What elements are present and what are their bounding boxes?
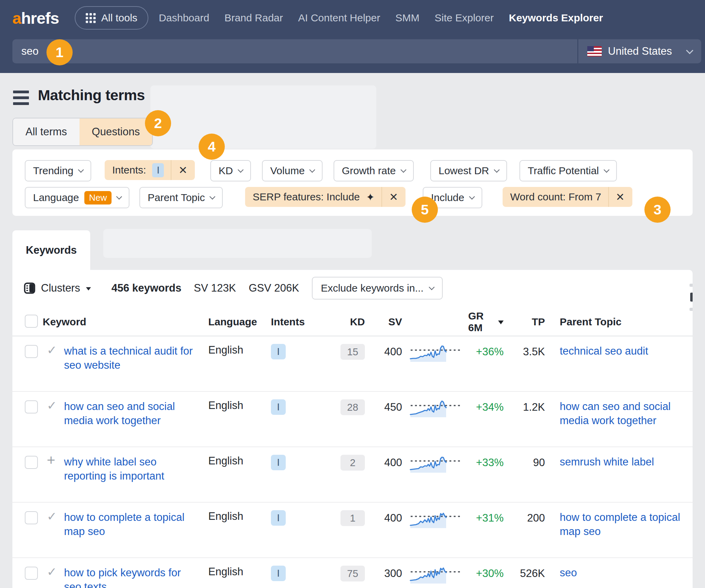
hamburger-menu-icon[interactable]	[13, 91, 29, 105]
growth-rate-cell: +30%	[468, 566, 506, 581]
col-header-sv[interactable]: SV	[370, 316, 406, 328]
chevron-down-icon	[210, 194, 215, 200]
chevron-down-icon	[116, 194, 122, 200]
exclude-keywords-button[interactable]: Exclude keywords in...	[312, 277, 443, 300]
tab-all-terms[interactable]: All terms	[13, 118, 80, 145]
col-header-language[interactable]: Language	[203, 316, 265, 328]
tab-keywords[interactable]: Keywords	[12, 230, 90, 270]
parent-topic-link[interactable]: how can seo and social media work togeth…	[560, 399, 680, 428]
chevron-down-icon	[309, 167, 315, 173]
row-checkbox[interactable]	[25, 567, 38, 580]
filter-traffic-potential[interactable]: Traffic Potential	[519, 160, 617, 181]
remove-serp-filter-icon[interactable]: ✕	[389, 192, 398, 202]
growth-rate-cell: +33%	[468, 455, 506, 470]
nav-item-keywords-explorer[interactable]: Keywords Explorer	[509, 12, 603, 24]
row-checkbox[interactable]	[25, 345, 38, 358]
remove-intents-filter-icon[interactable]: ✕	[178, 165, 187, 176]
parent-topic-link[interactable]: seo	[560, 566, 577, 580]
filters-panel: Trending Intents: I ✕ KD Volume Growth r…	[12, 149, 693, 216]
col-header-keyword[interactable]: Keyword	[43, 316, 203, 328]
nav-item-dashboard[interactable]: Dashboard	[159, 12, 209, 24]
filter-parent-topic[interactable]: Parent Topic	[139, 187, 223, 208]
keyword-status-icon: ✓	[43, 510, 64, 523]
chevron-down-icon	[469, 194, 475, 200]
terms-segmented-control: All terms Questions	[12, 118, 153, 146]
keyword-link[interactable]: what is a technical audit for seo websit…	[64, 344, 197, 372]
annotation-badge-2: 2	[145, 110, 171, 136]
language-cell: English	[203, 510, 265, 523]
kd-badge: 15	[340, 344, 365, 360]
cutoff-control[interactable]	[690, 293, 693, 302]
clusters-label: Clusters	[41, 282, 80, 294]
filter-kd[interactable]: KD	[210, 160, 251, 181]
remove-word-count-filter-icon[interactable]: ✕	[616, 192, 625, 202]
results-panel: Clusters 456 keywords SV 123K GSV 206K E…	[12, 270, 693, 588]
trend-sparkline	[410, 399, 465, 420]
intent-badge[interactable]: I	[271, 510, 286, 526]
filter-intents-active[interactable]: Intents: I ✕	[105, 160, 195, 180]
filter-trending[interactable]: Trending	[25, 160, 91, 181]
col-header-intents[interactable]: Intents	[265, 316, 341, 328]
trend-sparkline	[410, 566, 465, 586]
chip-divider	[608, 187, 609, 207]
parent-topic-link[interactable]: semrush white label	[560, 455, 654, 469]
keyword-link[interactable]: how can seo and social media work togeth…	[64, 399, 197, 428]
search-input[interactable]: seo	[12, 39, 577, 63]
sv-cell: 300	[370, 566, 406, 581]
filter-serp-features-active[interactable]: SERP features: Include ✦ ✕	[245, 187, 406, 207]
parent-topic-link[interactable]: how to complete a topical map seo	[560, 510, 680, 538]
table-row: ✓ how to pick keywords for seo texts Eng…	[12, 558, 693, 588]
intent-badge[interactable]: I	[271, 455, 286, 470]
row-checkbox[interactable]	[25, 400, 38, 413]
serp-features-label: SERP features: Include	[253, 191, 360, 203]
keyword-status-icon: +	[43, 452, 64, 469]
kd-badge: 75	[340, 566, 365, 581]
row-checkbox[interactable]	[25, 456, 38, 469]
chip-divider	[381, 187, 382, 207]
country-selector[interactable]: United States	[578, 39, 701, 63]
language-cell: English	[203, 399, 265, 412]
sparkle-icon: ✦	[366, 191, 375, 203]
intent-badge[interactable]: I	[271, 399, 286, 415]
col-header-tp[interactable]: TP	[506, 316, 549, 328]
keyword-status-icon: ✓	[43, 399, 64, 412]
parent-topic-link[interactable]: technical seo audit	[560, 344, 648, 358]
keyword-link[interactable]: why white label seo reporting is importa…	[64, 455, 197, 483]
keyword-link[interactable]: how to pick keywords for seo texts	[64, 566, 197, 588]
filter-lowest-dr[interactable]: Lowest DR	[430, 160, 507, 181]
intent-badge[interactable]: I	[271, 566, 286, 581]
filter-volume[interactable]: Volume	[262, 160, 323, 181]
nav-item-site-explorer[interactable]: Site Explorer	[434, 12, 494, 24]
logo-a: a	[12, 9, 21, 27]
tab-questions[interactable]: Questions	[80, 118, 152, 145]
annotation-badge-1: 1	[46, 39, 73, 65]
clusters-icon	[23, 282, 36, 294]
ahrefs-logo[interactable]: ahrefs	[12, 10, 59, 26]
select-all-checkbox[interactable]	[25, 315, 38, 328]
kd-badge: 2	[340, 455, 365, 471]
col-header-kd[interactable]: KD	[341, 316, 370, 328]
search-query: seo	[21, 45, 39, 57]
ghost-panel	[103, 229, 372, 258]
col-header-parent-topic[interactable]: Parent Topic	[549, 316, 680, 328]
keyword-link[interactable]: how to complete a topical map seo	[64, 510, 197, 538]
filter-word-count-active[interactable]: Word count: From 7 ✕	[503, 187, 632, 207]
chevron-down-icon	[400, 167, 406, 173]
table-header-row: Keyword Language Intents KD SV GR 6M TP …	[12, 308, 693, 336]
keywords-explorer-screen: ahrefs All tools Dashboard Brand Radar A…	[0, 0, 705, 588]
chip-divider	[171, 160, 171, 180]
nav-item-brand-radar[interactable]: Brand Radar	[224, 12, 283, 24]
filter-language[interactable]: LanguageNew	[25, 187, 129, 208]
chevron-down-icon	[686, 47, 693, 54]
clusters-dropdown[interactable]: Clusters	[23, 282, 92, 294]
nav-item-ai-content-helper[interactable]: AI Content Helper	[298, 12, 380, 24]
all-tools-button[interactable]: All tools	[75, 6, 148, 30]
table-row: + why white label seo reporting is impor…	[12, 447, 693, 503]
nav-item-smm[interactable]: SMM	[395, 12, 419, 24]
intent-value-chip: I	[152, 163, 164, 177]
row-checkbox[interactable]	[25, 511, 38, 524]
intent-badge[interactable]: I	[271, 344, 286, 359]
filter-growth-rate[interactable]: Growth rate	[334, 160, 414, 181]
chevron-down-icon	[429, 284, 435, 290]
col-header-gr-6m[interactable]: GR 6M	[468, 310, 506, 334]
